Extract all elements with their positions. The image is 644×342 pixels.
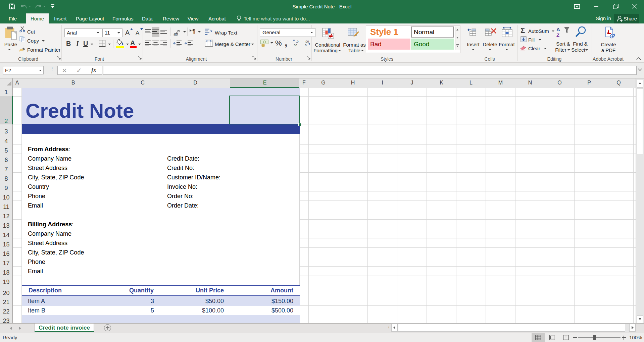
svg-text:A: A <box>556 26 560 32</box>
svg-text:.0: .0 <box>296 40 299 43</box>
svg-text:ab: ab <box>174 32 178 36</box>
svg-text:.00: .00 <box>305 40 309 43</box>
svg-text:.0: .0 <box>304 44 307 47</box>
svg-text:Z: Z <box>556 32 559 38</box>
svg-text:.00: .00 <box>293 44 297 47</box>
